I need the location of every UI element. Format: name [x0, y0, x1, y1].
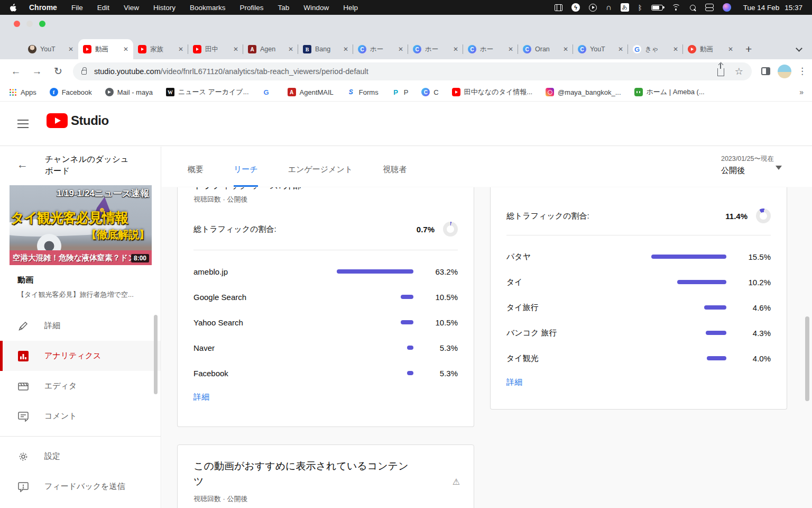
bookmark-apps[interactable]: Apps: [8, 88, 36, 96]
share-icon[interactable]: [717, 68, 724, 76]
menu-view[interactable]: View: [124, 4, 139, 12]
back-arrow-icon[interactable]: ←: [17, 158, 28, 171]
browser-tab[interactable]: きゃ✕: [628, 39, 683, 59]
bookmark-c[interactable]: C: [421, 88, 438, 96]
tab-search-chevron-icon[interactable]: [796, 45, 802, 52]
details-link[interactable]: 詳細: [506, 377, 522, 387]
battery-icon[interactable]: [651, 5, 663, 11]
tab-close-icon[interactable]: ✕: [123, 46, 128, 53]
sidebar-item-comments[interactable]: コメント: [0, 401, 161, 431]
url-text[interactable]: studio.youtube.com/video/fnrlL6711z0/ana…: [94, 67, 368, 76]
menu-history[interactable]: History: [153, 4, 176, 12]
back-button[interactable]: ←: [5, 66, 26, 77]
browser-tab[interactable]: Bang✕: [298, 39, 353, 59]
tab-close-icon[interactable]: ✕: [563, 46, 568, 53]
tab-close-icon[interactable]: ✕: [673, 46, 678, 53]
kana-input-icon[interactable]: あ: [621, 3, 629, 12]
sidebar-item-details[interactable]: 詳細: [0, 311, 161, 341]
browser-tab[interactable]: ホー✕: [353, 39, 408, 59]
menu-edit[interactable]: Edit: [97, 4, 109, 12]
new-tab-button[interactable]: +: [745, 43, 752, 55]
zoom-window-button[interactable]: [39, 21, 45, 27]
traffic-source-row[interactable]: Facebook5.3%: [193, 360, 458, 386]
control-center-icon[interactable]: [705, 4, 714, 11]
browser-tab[interactable]: 家族✕: [133, 39, 188, 59]
minimize-window-button[interactable]: [26, 21, 33, 27]
menubar-clock[interactable]: Tue 14 Feb15:37: [743, 4, 802, 12]
browser-tab[interactable]: YouT✕: [573, 39, 628, 59]
traffic-source-row[interactable]: Google Search10.5%: [193, 284, 458, 310]
sidebar-scrollbar[interactable]: [154, 315, 158, 394]
headphones-icon[interactable]: ∩: [606, 3, 612, 12]
bookmark-google[interactable]: [262, 88, 274, 96]
tab-close-icon[interactable]: ✕: [398, 46, 403, 53]
browser-tab[interactable]: Agen✕: [243, 39, 298, 59]
bookmark-facebook[interactable]: Facebook: [50, 88, 92, 96]
video-thumbnail[interactable]: 1/19-1/24ニュース速報 タイ観光客必見情報 【徹底解説】 空港大混雑！危…: [10, 185, 152, 265]
search-term-row[interactable]: タイ10.2%: [506, 269, 771, 295]
browser-tab[interactable]: 田中✕: [188, 39, 243, 59]
browser-tab[interactable]: ホー✕: [463, 39, 518, 59]
address-bar[interactable]: studio.youtube.com/video/fnrlL6711z0/ana…: [73, 62, 752, 80]
menu-tab[interactable]: Tab: [278, 4, 290, 12]
reload-button[interactable]: ↻: [48, 65, 69, 77]
tab-close-icon[interactable]: ✕: [618, 46, 623, 53]
tab-engagement[interactable]: エンゲージメント: [288, 165, 353, 187]
browser-profile-avatar[interactable]: [778, 65, 791, 78]
menu-chrome[interactable]: Chrome: [29, 3, 57, 12]
browser-tab[interactable]: ホー✕: [408, 39, 463, 59]
tab-close-icon[interactable]: ✕: [508, 46, 513, 53]
bookmark-forms[interactable]: Forms: [347, 88, 379, 96]
browser-tab[interactable]: 動画✕: [683, 39, 738, 59]
details-link[interactable]: 詳細: [193, 392, 209, 402]
bookmark-mail[interactable]: Mail - maya: [105, 88, 153, 96]
browser-tab[interactable]: Oran✕: [518, 39, 573, 59]
traffic-source-row[interactable]: Naver5.3%: [193, 335, 458, 360]
tab-close-icon[interactable]: ✕: [178, 46, 183, 53]
film-icon[interactable]: [555, 4, 562, 11]
bookmark-agentmail[interactable]: AgentMAIL: [288, 88, 334, 96]
close-window-button[interactable]: [14, 21, 20, 27]
hamburger-menu-icon[interactable]: [17, 120, 29, 131]
traffic-source-row[interactable]: ameblo.jp63.2%: [193, 259, 458, 284]
sidebar-item-editor[interactable]: エディタ: [0, 371, 161, 401]
traffic-source-row[interactable]: Yahoo Search10.5%: [193, 310, 458, 335]
tab-close-icon[interactable]: ✕: [343, 46, 348, 53]
apple-icon[interactable]: [10, 4, 16, 12]
page-scrollbar[interactable]: [805, 316, 809, 401]
warning-icon[interactable]: ⚠: [453, 477, 460, 487]
spotlight-icon[interactable]: [689, 4, 696, 11]
tab-close-icon[interactable]: ✕: [453, 46, 458, 53]
menu-profiles[interactable]: Profiles: [240, 4, 264, 12]
tab-audience[interactable]: 視聴者: [383, 165, 407, 187]
search-term-row[interactable]: パタヤ15.5%: [506, 244, 771, 269]
tab-close-icon[interactable]: ✕: [728, 46, 733, 53]
tab-close-icon[interactable]: ✕: [288, 46, 293, 53]
tab-reach[interactable]: リーチ: [234, 165, 258, 187]
menu-file[interactable]: File: [71, 4, 83, 12]
sidebar-item-feedback[interactable]: フィードバックを送信: [0, 471, 161, 502]
side-panel-icon[interactable]: [761, 67, 770, 75]
sidebar-item-settings[interactable]: 設定: [0, 441, 161, 471]
browser-tab[interactable]: 動画✕: [78, 39, 133, 59]
siri-icon[interactable]: [723, 3, 731, 12]
bookmark-ameba[interactable]: ホーム | Ameba (...: [634, 87, 705, 97]
menu-bookmarks[interactable]: Bookmarks: [190, 4, 226, 12]
search-term-row[interactable]: タイ観光4.0%: [506, 346, 771, 371]
browser-tab[interactable]: YouT✕: [23, 39, 78, 59]
bookmark-p[interactable]: P: [392, 88, 409, 96]
search-term-row[interactable]: タイ旅行4.6%: [506, 295, 771, 320]
wifi-icon[interactable]: [672, 4, 680, 11]
bluetooth-icon[interactable]: ᛒ: [638, 4, 642, 12]
play-circle-icon[interactable]: [589, 4, 597, 12]
menu-window[interactable]: Window: [303, 4, 329, 12]
browser-menu-icon[interactable]: ⋮: [798, 66, 807, 77]
lock-icon[interactable]: [81, 70, 87, 75]
bookmark-tanaka-channel[interactable]: 田中ななのタイ情報...: [452, 87, 532, 97]
forward-button[interactable]: →: [26, 66, 48, 77]
tab-close-icon[interactable]: ✕: [233, 46, 238, 53]
sidebar-item-analytics[interactable]: アナリティクス: [0, 341, 161, 371]
studio-logo[interactable]: Studio: [47, 113, 109, 128]
menu-help[interactable]: Help: [343, 4, 358, 12]
bookmarks-overflow-icon[interactable]: »: [799, 88, 804, 96]
